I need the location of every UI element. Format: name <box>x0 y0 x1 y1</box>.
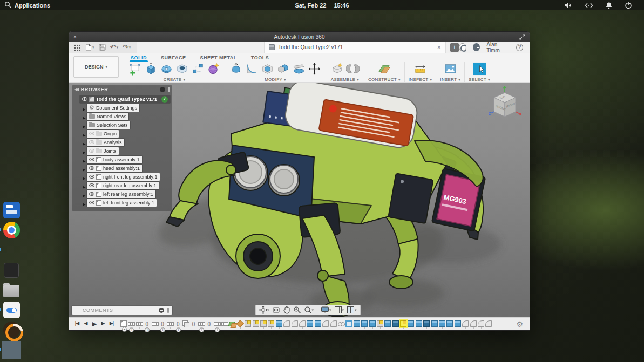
browser-item[interactable]: Named Views ✓ <box>82 112 170 120</box>
revolve-icon[interactable] <box>159 62 174 76</box>
browser-minimize-icon[interactable] <box>160 87 165 92</box>
browser-item[interactable]: Analysis ✓ <box>82 138 170 146</box>
timeline-feature[interactable] <box>283 320 290 327</box>
timeline-feature[interactable] <box>182 320 189 327</box>
expand-arrow-icon[interactable] <box>83 198 85 208</box>
timeline-feature[interactable] <box>167 320 173 327</box>
file-menu-icon[interactable]: ▾ <box>83 43 96 52</box>
visibility-eye-icon[interactable] <box>89 183 94 187</box>
browser-item[interactable]: Document Settings ✓ <box>82 104 170 112</box>
timeline-feature[interactable] <box>431 320 438 327</box>
grid-display-icon[interactable]: ▾ <box>333 305 345 315</box>
timeline-feature[interactable] <box>260 320 267 327</box>
timeline-feature[interactable] <box>377 320 383 327</box>
browser-grip[interactable] <box>168 87 170 92</box>
timeline-feature[interactable] <box>400 320 406 327</box>
timeline-feature[interactable] <box>369 320 376 327</box>
timeline-feature[interactable] <box>423 320 430 327</box>
timeline-feature[interactable] <box>206 320 212 327</box>
viewport-3d[interactable]: MG903 <box>69 83 530 317</box>
window-titlebar[interactable]: × Autodesk Fusion 360 <box>69 32 530 42</box>
save-icon[interactable] <box>97 43 107 52</box>
redo-icon[interactable]: ↷▾ <box>121 43 132 52</box>
group-expand-icon[interactable] <box>122 327 127 332</box>
timeline-feature[interactable] <box>478 320 484 327</box>
viewports-icon[interactable]: ▾ <box>345 305 358 315</box>
create-dropdown[interactable]: CREATE▾ <box>164 76 185 82</box>
group-expand-icon[interactable] <box>129 327 134 332</box>
visibility-eye-icon[interactable] <box>89 166 94 170</box>
browser-collapse-icon[interactable]: ◀◀ <box>74 87 78 92</box>
playback-button[interactable] <box>91 320 98 327</box>
tab-surface[interactable]: SURFACE <box>161 55 186 62</box>
select-dropdown[interactable]: SELECT▾ <box>469 76 490 82</box>
visibility-eye-icon[interactable] <box>89 175 94 179</box>
timeline-feature[interactable] <box>446 320 453 327</box>
browser-item[interactable]: body assembly:1 ✓ <box>82 155 170 163</box>
timeline-feature[interactable] <box>299 320 306 327</box>
dock-item-chrome[interactable] <box>2 221 21 239</box>
move-icon[interactable] <box>307 62 322 76</box>
create-sketch-icon[interactable] <box>128 62 143 76</box>
timeline-feature[interactable] <box>439 320 445 327</box>
dock-item-ubuntu-mate[interactable] <box>2 321 21 339</box>
timeline-feature[interactable] <box>330 320 337 327</box>
timeline-feature[interactable] <box>315 320 321 327</box>
timeline-feature[interactable] <box>245 320 251 327</box>
visibility-eye-icon[interactable] <box>89 158 94 161</box>
volume-icon[interactable] <box>564 2 573 9</box>
group-expand-icon[interactable] <box>199 327 204 332</box>
timeline-settings-gear-icon[interactable]: ⚙ <box>516 320 525 329</box>
applications-menu[interactable]: Applications <box>0 1 50 9</box>
select-icon[interactable] <box>472 62 487 76</box>
timeline-feature[interactable] <box>229 320 235 327</box>
browser-item[interactable]: Todd the Quad Type2 v171 ✓ <box>75 95 170 103</box>
timeline-feature[interactable] <box>136 320 143 327</box>
zoom-icon[interactable] <box>292 305 302 315</box>
browser-item[interactable]: left rear leg assembly:1 ✓ <box>82 190 170 198</box>
browser-item[interactable]: Selection Sets ✓ <box>82 121 170 129</box>
visibility-eye-icon[interactable] <box>89 192 94 196</box>
group-expand-icon[interactable] <box>215 327 220 332</box>
browser-item[interactable]: right front leg assembly:1 ✓ <box>82 173 170 181</box>
dock-item-terminal[interactable] <box>2 261 21 279</box>
design-workspace-dropdown[interactable]: DESIGN▾ <box>73 56 119 78</box>
timeline-feature[interactable] <box>292 320 298 327</box>
timeline-feature[interactable] <box>462 320 469 327</box>
browser-item[interactable]: Joints ✓ <box>82 147 170 155</box>
job-status-icon[interactable] <box>459 43 466 51</box>
comments-grip[interactable] <box>167 308 169 313</box>
tab-solid[interactable]: SOLID <box>131 55 147 62</box>
timeline-feature[interactable] <box>128 320 134 327</box>
timeline-feature[interactable] <box>191 320 197 327</box>
timeline-feature[interactable] <box>392 320 399 327</box>
look-at-icon[interactable] <box>271 305 281 315</box>
browser-item[interactable]: left front leg assembly:1 ✓ <box>82 199 170 207</box>
timeline-feature[interactable] <box>455 320 461 327</box>
tab-sheet-metal[interactable]: SHEET METAL <box>200 55 237 62</box>
clock[interactable]: Sat, Feb 2215:46 <box>0 2 644 9</box>
group-expand-icon[interactable] <box>176 327 181 332</box>
visibility-eye-icon[interactable] <box>89 201 94 204</box>
notifications-icon[interactable] <box>605 2 613 9</box>
insert-dropdown[interactable]: INSERT▾ <box>440 76 460 82</box>
timeline-feature[interactable] <box>152 320 158 327</box>
timeline-feature[interactable] <box>307 320 313 327</box>
recent-icon[interactable] <box>473 43 480 51</box>
comments-minimize-icon[interactable] <box>159 308 164 313</box>
timeline-feature[interactable] <box>384 320 391 327</box>
pan-icon[interactable] <box>282 305 292 315</box>
new-tab-button[interactable]: + <box>450 43 459 52</box>
playback-button[interactable] <box>82 320 89 327</box>
timeline-feature[interactable] <box>144 320 150 327</box>
playback-button[interactable] <box>108 320 115 327</box>
browser-item[interactable]: Origin ✓ <box>82 129 170 138</box>
visibility-eye-icon[interactable] <box>89 140 94 144</box>
playback-button[interactable] <box>73 320 80 327</box>
joint-icon[interactable] <box>345 62 360 76</box>
modify-dropdown[interactable]: MODIFY▾ <box>265 76 286 82</box>
account-user[interactable]: Alan Timm <box>486 42 510 53</box>
timeline-feature[interactable] <box>253 320 259 327</box>
timeline-feature[interactable] <box>408 320 414 327</box>
timeline-feature[interactable] <box>354 320 360 327</box>
